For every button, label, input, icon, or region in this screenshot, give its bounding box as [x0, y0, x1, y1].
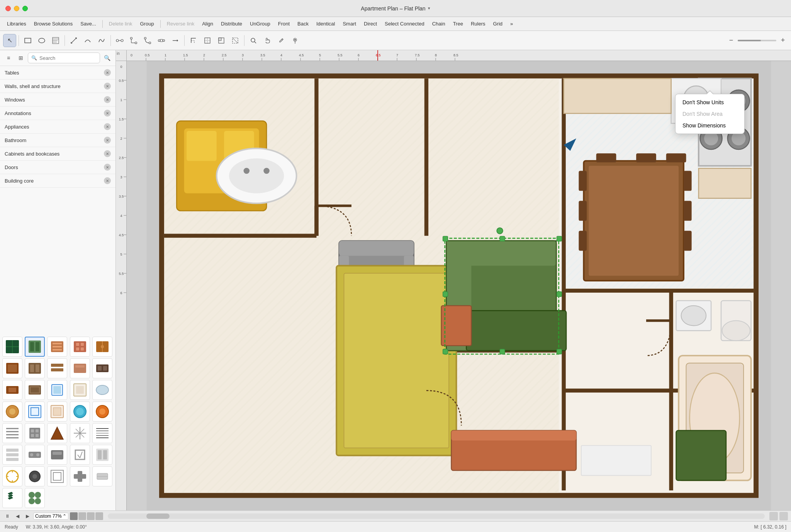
- sidebar-item-building-core[interactable]: Building core ✕: [0, 174, 115, 188]
- menu-direct[interactable]: Direct: [361, 20, 380, 28]
- minimize-button[interactable]: [14, 6, 19, 11]
- tool-connect2[interactable]: [127, 34, 140, 47]
- search-input[interactable]: [39, 55, 97, 61]
- remove-tables-btn[interactable]: ✕: [104, 69, 111, 76]
- icon-cell-2[interactable]: [25, 337, 45, 357]
- tool-eyedrop[interactable]: [275, 34, 288, 47]
- remove-windows-btn[interactable]: ✕: [104, 96, 111, 103]
- close-button[interactable]: [5, 6, 11, 11]
- zoom-out-button[interactable]: −: [726, 36, 736, 46]
- icon-cell-10[interactable]: [92, 358, 112, 378]
- menu-delete-link[interactable]: Delete link: [106, 20, 136, 28]
- icon-cell-35[interactable]: [92, 466, 112, 486]
- menu-chain[interactable]: Chain: [429, 20, 448, 28]
- tool-text[interactable]: [49, 34, 62, 47]
- icon-cell-36[interactable]: [2, 488, 22, 508]
- menu-more[interactable]: »: [507, 20, 516, 28]
- menu-grid[interactable]: Grid: [490, 20, 506, 28]
- icon-cell-30[interactable]: [92, 445, 112, 465]
- icon-cell-31[interactable]: [2, 466, 22, 486]
- tool-pen2[interactable]: [81, 34, 94, 47]
- icon-cell-20[interactable]: [92, 402, 112, 422]
- tool-pin[interactable]: [289, 34, 302, 47]
- menu-identical[interactable]: Identical: [313, 20, 338, 28]
- scrollbar-thumb[interactable]: [146, 513, 170, 519]
- icon-cell-17[interactable]: [25, 402, 45, 422]
- corner-btn-2[interactable]: [779, 512, 788, 520]
- zoom-in-button[interactable]: +: [778, 36, 788, 46]
- menu-save[interactable]: Save...: [77, 20, 99, 28]
- tool-search[interactable]: [247, 34, 260, 47]
- menu-group[interactable]: Group: [137, 20, 157, 28]
- remove-building-core-btn[interactable]: ✕: [104, 177, 111, 184]
- ctx-dont-show-units[interactable]: Don't Show Units: [676, 97, 744, 108]
- icon-cell-13[interactable]: [47, 380, 67, 400]
- remove-bathroom-btn[interactable]: ✕: [104, 137, 111, 144]
- tool-transform4[interactable]: [229, 34, 242, 47]
- icon-cell-22[interactable]: [25, 423, 45, 443]
- icon-cell-28[interactable]: [47, 445, 67, 465]
- corner-btn-1[interactable]: [769, 512, 778, 520]
- zoom-selector[interactable]: Custom 77% ⌃: [33, 513, 68, 520]
- maximize-button[interactable]: [22, 6, 28, 11]
- tool-select[interactable]: ↖: [3, 34, 16, 47]
- remove-walls-btn[interactable]: ✕: [104, 83, 111, 90]
- icon-cell-7[interactable]: [25, 358, 45, 378]
- menu-front[interactable]: Front: [275, 20, 293, 28]
- icon-cell-5[interactable]: [92, 337, 112, 357]
- icon-cell-6[interactable]: [2, 358, 22, 378]
- sidebar-grid-view-btn[interactable]: ⊞: [15, 53, 26, 63]
- view-btn-3[interactable]: [87, 512, 95, 520]
- sidebar-item-windows[interactable]: Windows ✕: [0, 93, 115, 107]
- sidebar-list-view-btn[interactable]: ≡: [3, 53, 14, 63]
- icon-cell-24[interactable]: [70, 423, 90, 443]
- tool-transform1[interactable]: [187, 34, 200, 47]
- remove-appliances-btn[interactable]: ✕: [104, 123, 111, 130]
- menu-libraries[interactable]: Libraries: [4, 20, 29, 28]
- view-btn-1[interactable]: [70, 512, 78, 520]
- pause-btn[interactable]: ⏸: [3, 512, 12, 520]
- tool-hand[interactable]: [261, 34, 274, 47]
- view-btn-4[interactable]: [95, 512, 103, 520]
- remove-annotations-btn[interactable]: ✕: [104, 110, 111, 117]
- menu-tree[interactable]: Tree: [450, 20, 466, 28]
- icon-cell-4[interactable]: [70, 337, 90, 357]
- remove-doors-btn[interactable]: ✕: [104, 164, 111, 171]
- menu-browse[interactable]: Browse Solutions: [31, 20, 76, 28]
- icon-cell-34[interactable]: [70, 466, 90, 486]
- sidebar-search-btn[interactable]: 🔍: [102, 53, 112, 63]
- menu-ungroup[interactable]: UnGroup: [247, 20, 273, 28]
- tool-connect5[interactable]: [169, 34, 182, 47]
- icon-cell-29[interactable]: [70, 445, 90, 465]
- horizontal-scrollbar[interactable]: [108, 513, 765, 519]
- title-chevron-icon[interactable]: ▾: [428, 6, 430, 11]
- sidebar-item-doors[interactable]: Doors ✕: [0, 161, 115, 174]
- sidebar-item-annotations[interactable]: Annotations ✕: [0, 107, 115, 120]
- tool-pen3[interactable]: [95, 34, 108, 47]
- remove-cabinets-btn[interactable]: ✕: [104, 150, 111, 157]
- icon-cell-33[interactable]: [47, 466, 67, 486]
- tool-rect[interactable]: [21, 34, 34, 47]
- icon-cell-21[interactable]: [2, 423, 22, 443]
- menu-back[interactable]: Back: [294, 20, 312, 28]
- tool-transform3[interactable]: [215, 34, 228, 47]
- icon-cell-1[interactable]: [2, 337, 22, 357]
- tool-pen1[interactable]: [67, 34, 80, 47]
- sidebar-item-appliances[interactable]: Appliances ✕: [0, 120, 115, 134]
- tool-connect3[interactable]: [141, 34, 154, 47]
- menu-rulers[interactable]: Rulers: [468, 20, 489, 28]
- icon-cell-16[interactable]: [2, 402, 22, 422]
- ctx-show-dimensions[interactable]: Show Dimensions: [676, 120, 744, 131]
- sidebar-item-bathroom[interactable]: Bathroom ✕: [0, 134, 115, 147]
- next-page-btn[interactable]: ▶: [23, 512, 32, 520]
- menu-align[interactable]: Align: [199, 20, 216, 28]
- icon-cell-9[interactable]: [70, 358, 90, 378]
- icon-cell-8[interactable]: [47, 358, 67, 378]
- tool-connect4[interactable]: [155, 34, 168, 47]
- icon-cell-37[interactable]: [25, 488, 45, 508]
- icon-cell-23[interactable]: [47, 423, 67, 443]
- canvas-content[interactable]: Don't Show Units Don't Show Area Show Di…: [127, 61, 791, 510]
- tool-transform2[interactable]: [201, 34, 214, 47]
- sidebar-item-cabinets[interactable]: Cabinets and bookcases ✕: [0, 147, 115, 161]
- icon-cell-18[interactable]: [47, 402, 67, 422]
